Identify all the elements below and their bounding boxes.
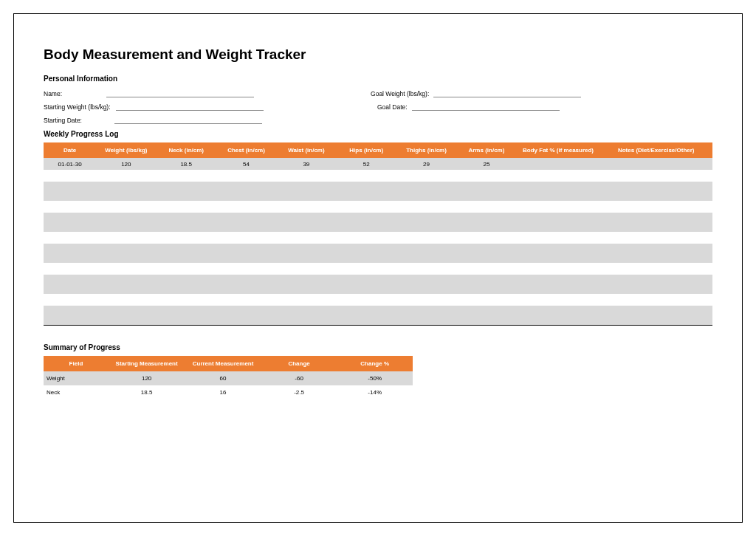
table-row[interactable] bbox=[44, 232, 712, 244]
document-frame: Body Measurement and Weight Tracker Pers… bbox=[13, 13, 743, 523]
cell-chest: 54 bbox=[216, 158, 276, 170]
table-row[interactable] bbox=[44, 201, 712, 213]
goal-weight-line[interactable] bbox=[433, 90, 581, 97]
starting-weight-line[interactable] bbox=[116, 103, 264, 111]
table-row[interactable] bbox=[44, 244, 712, 263]
cell-waist: 39 bbox=[276, 158, 336, 170]
col-hips: Hips (in/cm) bbox=[337, 142, 396, 158]
table-row[interactable] bbox=[44, 294, 712, 306]
col-start: Starting Measurement bbox=[109, 356, 185, 371]
col-weight: Weight (lbs/kg) bbox=[96, 142, 156, 158]
table-header-row: Date Weight (lbs/kg) Neck (in/cm) Chest … bbox=[44, 142, 712, 158]
col-change: Change bbox=[261, 356, 337, 371]
name-field: Name: bbox=[44, 90, 254, 97]
table-end-line bbox=[44, 325, 712, 326]
cell-weight: 120 bbox=[96, 158, 156, 170]
goal-weight-label: Goal Weight (lbs/kg): bbox=[371, 90, 429, 97]
name-label: Name: bbox=[44, 90, 62, 97]
table-header-row: Field Starting Measurement Current Measu… bbox=[44, 356, 413, 371]
table-row[interactable]: 01-01-30 120 18.5 54 39 52 29 25 bbox=[44, 158, 712, 170]
name-line[interactable] bbox=[106, 90, 254, 97]
weekly-heading: Weekly Progress Log bbox=[44, 130, 712, 138]
goal-date-label: Goal Date: bbox=[377, 103, 408, 111]
cell-thighs: 29 bbox=[396, 158, 456, 170]
table-row[interactable] bbox=[44, 306, 712, 325]
page-title: Body Measurement and Weight Tracker bbox=[44, 47, 712, 63]
cell-bodyfat bbox=[517, 158, 600, 170]
table-row[interactable] bbox=[44, 213, 712, 232]
table-row[interactable] bbox=[44, 263, 712, 275]
cell-date: 01-01-30 bbox=[44, 158, 96, 170]
weekly-progress-table: Date Weight (lbs/kg) Neck (in/cm) Chest … bbox=[44, 142, 712, 325]
summary-table: Field Starting Measurement Current Measu… bbox=[44, 356, 413, 399]
starting-date-label: Starting Date: bbox=[44, 117, 82, 124]
col-thighs: Thighs (in/cm) bbox=[396, 142, 456, 158]
starting-date-field: Starting Date: bbox=[44, 117, 262, 124]
starting-weight-field: Starting Weight (lbs/kg): bbox=[44, 103, 264, 111]
table-row[interactable] bbox=[44, 170, 712, 182]
col-date: Date bbox=[44, 142, 96, 158]
summary-heading: Summary of Progress bbox=[44, 343, 712, 351]
col-neck: Neck (in/cm) bbox=[157, 142, 216, 158]
cell-change: -2.5 bbox=[261, 385, 337, 399]
goal-weight-field: Goal Weight (lbs/kg): bbox=[371, 90, 581, 97]
cell-start: 120 bbox=[109, 371, 185, 385]
personal-row-1: Name: Goal Weight (lbs/kg): bbox=[44, 90, 712, 97]
cell-notes bbox=[599, 158, 712, 170]
table-row[interactable] bbox=[44, 275, 712, 294]
personal-row-2: Starting Weight (lbs/kg): Goal Date: bbox=[44, 103, 712, 111]
starting-date-line[interactable] bbox=[114, 117, 262, 124]
col-bodyfat: Body Fat % (if measured) bbox=[517, 142, 600, 158]
col-chest: Chest (in/cm) bbox=[216, 142, 276, 158]
col-waist: Waist (in/cm) bbox=[276, 142, 336, 158]
cell-neck: 18.5 bbox=[157, 158, 216, 170]
goal-date-field: Goal Date: bbox=[349, 103, 560, 111]
cell-current: 60 bbox=[185, 371, 261, 385]
cell-field: Weight bbox=[44, 371, 109, 385]
col-changep: Change % bbox=[337, 356, 413, 371]
cell-start: 18.5 bbox=[109, 385, 185, 399]
goal-date-line[interactable] bbox=[412, 103, 560, 111]
cell-arms: 25 bbox=[456, 158, 516, 170]
table-row[interactable]: Neck 18.5 16 -2.5 -14% bbox=[44, 385, 413, 399]
table-row[interactable] bbox=[44, 182, 712, 201]
personal-info-heading: Personal Information bbox=[44, 75, 712, 83]
col-arms: Arms (in/cm) bbox=[456, 142, 516, 158]
personal-row-3: Starting Date: bbox=[44, 117, 712, 124]
cell-current: 16 bbox=[185, 385, 261, 399]
cell-hips: 52 bbox=[337, 158, 396, 170]
cell-change: -60 bbox=[261, 371, 337, 385]
cell-changep: -14% bbox=[337, 385, 413, 399]
cell-changep: -50% bbox=[337, 371, 413, 385]
col-current: Current Measurement bbox=[185, 356, 261, 371]
col-field: Field bbox=[44, 356, 109, 371]
col-notes: Notes (Diet/Exercise/Other) bbox=[599, 142, 712, 158]
starting-weight-label: Starting Weight (lbs/kg): bbox=[44, 103, 111, 111]
cell-field: Neck bbox=[44, 385, 109, 399]
table-row[interactable]: Weight 120 60 -60 -50% bbox=[44, 371, 413, 385]
